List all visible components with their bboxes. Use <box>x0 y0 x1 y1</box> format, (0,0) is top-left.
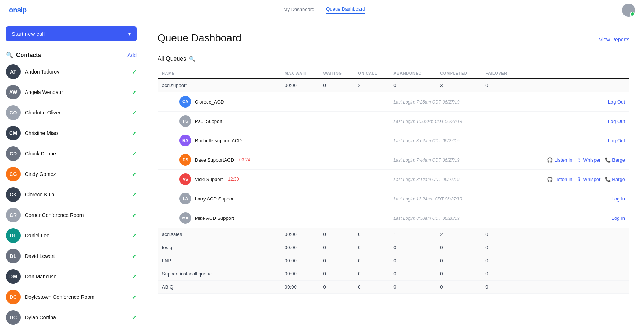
contact-item[interactable]: DC Dylan Cortina ✔ <box>0 307 143 327</box>
log-out-button[interactable]: Log Out <box>608 99 625 105</box>
start-call-button[interactable]: Start new call ▾ <box>6 26 137 41</box>
log-in-button[interactable]: Log In <box>612 215 625 221</box>
layout: Start new call ▾ 🔍 Contacts Add AT Andon… <box>0 20 644 327</box>
queue-actions <box>520 228 629 241</box>
queue-name: testq <box>158 241 280 254</box>
queue-row[interactable]: AB Q 00:00 0 0 0 0 0 <box>158 281 629 294</box>
queue-actions <box>520 241 629 254</box>
log-in-button[interactable]: Log In <box>612 196 625 202</box>
contact-avatar: CD <box>6 146 21 161</box>
agent-call-time: 12:30 <box>228 177 239 182</box>
agent-col4 <box>354 170 389 189</box>
queue-search-icon[interactable]: 🔍 <box>189 56 195 62</box>
contact-name: David Lewert <box>25 253 127 259</box>
search-icon[interactable]: 🔍 <box>6 52 13 59</box>
queue-max-wait: 00:00 <box>280 79 319 92</box>
contact-item[interactable]: DM Don Mancuso ✔ <box>0 266 143 287</box>
agent-col4 <box>354 112 389 131</box>
contact-item[interactable]: DC Doylestown Conference Room ✔ <box>0 287 143 307</box>
queue-on-call: 0 <box>354 241 389 254</box>
listen-in-button[interactable]: 🎧 Listen In <box>547 157 572 163</box>
log-out-button[interactable]: Log Out <box>608 119 625 124</box>
queue-failover: 0 <box>481 267 519 281</box>
queue-actions <box>520 79 629 92</box>
barge-button[interactable]: 📞 Barge <box>605 157 625 163</box>
col-name: NAME <box>158 68 280 79</box>
queue-tbody: acd.support 00:00 0 2 0 3 0 CA Clorece_A… <box>158 79 629 294</box>
queue-max-wait: 00:00 <box>280 267 319 281</box>
chevron-down-icon: ▾ <box>128 31 131 37</box>
contacts-header: 🔍 Contacts Add <box>0 47 143 61</box>
agent-actions: 🎧 Listen In 🎙 Whisper 📞 Barge <box>520 150 629 170</box>
agent-name: Paul Support <box>195 119 222 124</box>
contact-item[interactable]: CD Chuck Dunne ✔ <box>0 143 143 164</box>
agent-actions: Log In <box>520 189 629 208</box>
queue-abandoned: 0 <box>389 254 436 267</box>
all-queues-label: All Queues <box>158 56 186 62</box>
agent-col3 <box>319 131 354 150</box>
online-indicator: ✔ <box>132 130 137 137</box>
queue-waiting: 0 <box>319 228 354 241</box>
queue-completed: 0 <box>436 254 481 267</box>
queue-table: NAME MAX WAIT WAITING ON CALL ABANDONED … <box>158 68 629 294</box>
contact-item[interactable]: CK Clorece Kulp ✔ <box>0 184 143 205</box>
queue-row[interactable]: LNP 00:00 0 0 0 0 0 <box>158 254 629 267</box>
queue-completed: 0 <box>436 267 481 281</box>
nav-queue-dashboard[interactable]: Queue Dashboard <box>326 6 365 14</box>
agent-name: Larry ACD Support <box>195 196 235 202</box>
agent-col3 <box>319 150 354 170</box>
whisper-button[interactable]: 🎙 Whisper <box>577 177 601 182</box>
contact-item[interactable]: CR Corner Conference Room ✔ <box>0 205 143 225</box>
agent-col4 <box>354 150 389 170</box>
queue-failover: 0 <box>481 254 519 267</box>
user-avatar[interactable] <box>622 4 635 17</box>
view-reports-link[interactable]: View Reports <box>599 37 629 42</box>
all-queues-row: All Queues 🔍 <box>158 56 629 62</box>
barge-icon: 📞 <box>605 177 611 182</box>
queue-waiting: 0 <box>319 241 354 254</box>
agent-actions: Log Out <box>520 112 629 131</box>
queue-max-wait: 00:00 <box>280 241 319 254</box>
agent-name-cell: LA Larry ACD Support <box>158 189 280 208</box>
nav-my-dashboard[interactable]: My Dashboard <box>284 7 315 14</box>
queue-row[interactable]: Support instacall queue 00:00 0 0 0 0 0 <box>158 267 629 281</box>
contact-item[interactable]: AT Andon Todorov ✔ <box>0 61 143 82</box>
queue-row[interactable]: acd.support 00:00 0 2 0 3 0 <box>158 79 629 92</box>
queue-max-wait: 00:00 <box>280 281 319 294</box>
contact-item[interactable]: CM Christine Miao ✔ <box>0 123 143 143</box>
whisper-button[interactable]: 🎙 Whisper <box>577 157 601 163</box>
headphone-icon: 🎧 <box>547 157 553 163</box>
contact-item[interactable]: DL Daniel Lee ✔ <box>0 225 143 246</box>
contact-item[interactable]: CO Charlotte Oliver ✔ <box>0 102 143 123</box>
contact-item[interactable]: DL David Lewert ✔ <box>0 246 143 266</box>
agent-name-cell: VS Vicki Support 12:30 <box>158 170 280 189</box>
barge-button[interactable]: 📞 Barge <box>605 177 625 182</box>
agent-row: LA Larry ACD Support Last Login: 11:24am… <box>158 189 629 208</box>
queue-row[interactable]: acd.sales 00:00 0 0 1 2 0 <box>158 228 629 241</box>
queue-abandoned: 0 <box>389 281 436 294</box>
listen-in-button[interactable]: 🎧 Listen In <box>547 177 572 182</box>
contact-avatar: DL <box>6 249 21 263</box>
queue-on-call: 0 <box>354 254 389 267</box>
agent-avatar: PS <box>179 115 191 127</box>
agent-last-login: Last Login: 8:14am CDT 06/27/19 <box>389 170 519 189</box>
queue-row[interactable]: testq 00:00 0 0 0 0 0 <box>158 241 629 254</box>
contact-item[interactable]: CG Cindy Gomez ✔ <box>0 164 143 184</box>
queue-actions <box>520 267 629 281</box>
log-out-button[interactable]: Log Out <box>608 138 625 143</box>
contact-name: Clorece Kulp <box>25 192 127 198</box>
whisper-icon: 🎙 <box>577 177 582 182</box>
agent-row: CA Clorece_ACD Last Login: 7:26am CDT 06… <box>158 92 629 112</box>
queue-abandoned: 0 <box>389 79 436 92</box>
agent-col4 <box>354 189 389 208</box>
add-contact-button[interactable]: Add <box>127 52 137 58</box>
page-header-row: Queue Dashboard View Reports <box>158 32 629 47</box>
agent-row: DS Dave SupportACD 03:24 Last Login: 7:4… <box>158 150 629 170</box>
contact-avatar: DC <box>6 290 21 304</box>
agent-row: VS Vicki Support 12:30 Last Login: 8:14a… <box>158 170 629 189</box>
queue-abandoned: 0 <box>389 241 436 254</box>
agent-last-login: Last Login: 8:02am CDT 06/27/19 <box>389 131 519 150</box>
whisper-icon: 🎙 <box>577 157 582 163</box>
agent-avatar: RA <box>179 135 191 146</box>
contact-item[interactable]: AW Angela Wendaur ✔ <box>0 82 143 102</box>
